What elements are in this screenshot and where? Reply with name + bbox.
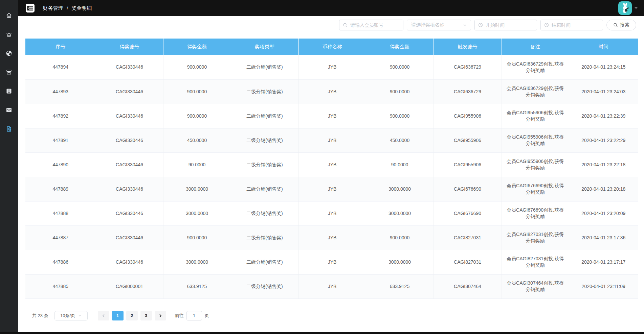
table-row: 447893CAGI330446900.0000二级分销(销售奖)JYB900.… xyxy=(25,79,638,104)
table-cell: 会员CAGI676690创投,获得分销奖励 xyxy=(502,177,569,201)
table-cell: 会员CAGI955906创投,获得分销奖励 xyxy=(502,128,569,152)
main-area: 财务管理 / 奖金明细 xyxy=(18,0,644,334)
column-header-8: 时间 xyxy=(569,39,638,55)
table-cell: 2020-04-01 23:20:09 xyxy=(569,201,638,225)
table-cell: 会员CAGI827031创投,获得分销奖励 xyxy=(502,225,569,250)
sidebar-item-mail[interactable] xyxy=(0,100,18,119)
search-icon xyxy=(343,23,348,27)
column-header-2: 得奖金额 xyxy=(163,39,231,55)
table-row: 447888CAGI3304463000.0000二级分销(销售奖)JYB300… xyxy=(25,201,638,225)
sidebar-item-global[interactable] xyxy=(0,44,18,63)
table-cell: CAGI330446 xyxy=(96,55,163,79)
table-cell: 447893 xyxy=(25,79,96,104)
column-header-6: 触发账号 xyxy=(434,39,502,55)
table-cell: 447890 xyxy=(25,152,96,177)
table-row: 447894CAGI330446900.0000二级分销(销售奖)JYB900.… xyxy=(25,55,638,79)
table-cell: 447886 xyxy=(25,250,96,274)
table-cell: 90.0000 xyxy=(366,152,434,177)
table-cell: CAGI676690 xyxy=(434,201,502,225)
table-cell: CAGI955906 xyxy=(434,128,502,152)
table-cell: 会员CAGI955906创投,获得分销奖励 xyxy=(502,152,569,177)
table-row: 447887CAGI330446900.0000二级分销(销售奖)JYB900.… xyxy=(25,225,638,250)
table-row: 447890CAGI33044690.0000二级分销(销售奖)JYB90.00… xyxy=(25,152,638,177)
page-button-3[interactable]: 3 xyxy=(140,311,152,320)
table-cell: JYB xyxy=(298,152,366,177)
table-cell: 会员CAGI636729创投,获得分销奖励 xyxy=(502,79,569,104)
award-name-select[interactable]: 请选择奖项名称 xyxy=(407,20,471,30)
table-cell: CAGI330446 xyxy=(96,177,163,201)
avatar[interactable] xyxy=(618,1,632,15)
chevron-left-icon xyxy=(102,314,105,317)
member-account-input[interactable] xyxy=(350,22,400,28)
pagination: 共 23 条 10条/页 123 前往 页 xyxy=(18,311,644,320)
chevron-down-icon xyxy=(463,23,467,27)
table-cell: 447891 xyxy=(25,128,96,152)
table-cell: 二级分销(销售奖) xyxy=(231,128,298,152)
table-cell: 二级分销(销售奖) xyxy=(231,177,298,201)
table-cell: CAGI330446 xyxy=(96,225,163,250)
sidebar-item-finance[interactable] xyxy=(0,119,18,138)
search-button[interactable]: 搜索 xyxy=(606,20,636,30)
page-button-1[interactable]: 1 xyxy=(112,311,124,320)
breadcrumb-section[interactable]: 财务管理 xyxy=(43,5,63,11)
table-cell: 二级分销(销售奖) xyxy=(231,152,298,177)
table-cell: 二级分销(销售奖) xyxy=(231,225,298,250)
bottom-edge-bar xyxy=(0,332,644,334)
menu-toggle-button[interactable] xyxy=(25,3,35,13)
column-header-7: 备注 xyxy=(502,39,569,55)
table-cell: 447894 xyxy=(25,55,96,79)
page-size-label: 10条/页 xyxy=(60,313,75,319)
table-cell: 447889 xyxy=(25,177,96,201)
topbar: 财务管理 / 奖金明细 xyxy=(18,0,644,16)
next-page-button[interactable] xyxy=(155,311,166,320)
chevron-down-icon[interactable] xyxy=(634,7,638,9)
table-cell: 会员CAGI827031创投,获得分销奖励 xyxy=(502,250,569,274)
table-cell: 2020-04-01 23:17:36 xyxy=(569,225,638,250)
table-cell: 900.0000 xyxy=(366,55,434,79)
table-cell: 633.9125 xyxy=(366,274,434,299)
page-size-select[interactable]: 10条/页 xyxy=(54,311,88,320)
table-cell: CAGI330446 xyxy=(96,104,163,128)
table-cell: 447885 xyxy=(25,274,96,299)
table-cell: 二级分销(销售奖) xyxy=(231,79,298,104)
table-cell: 900.0000 xyxy=(163,225,231,250)
document-check-icon xyxy=(5,125,13,133)
table-cell: 3000.0000 xyxy=(163,201,231,225)
table-cell: 3000.0000 xyxy=(366,250,434,274)
page-button-2[interactable]: 2 xyxy=(126,311,138,320)
table-row: 447885CAGI000001633.9125二级分销(销售奖)JYB633.… xyxy=(25,274,638,299)
table-cell: 会员CAGI307464创投,获得分销奖励 xyxy=(502,274,569,299)
table-cell: CAGI827031 xyxy=(434,225,502,250)
table-cell: 633.9125 xyxy=(163,274,231,299)
sidebar-item-info[interactable] xyxy=(0,81,18,100)
goto-page-input[interactable] xyxy=(186,311,202,320)
goto-label: 前往 xyxy=(175,313,184,319)
table-cell: JYB xyxy=(298,55,366,79)
table-cell: JYB xyxy=(298,128,366,152)
table-cell: 3000.0000 xyxy=(163,250,231,274)
bonus-table: 序号得奖账号得奖金额奖项类型币种名称得奖金额触发账号备注时间 447894CAG… xyxy=(25,39,638,299)
table-cell: JYB xyxy=(298,79,366,104)
shop-icon xyxy=(5,69,13,76)
end-time-input[interactable] xyxy=(552,22,599,28)
sidebar-item-home[interactable] xyxy=(0,6,18,25)
prev-page-button[interactable] xyxy=(98,311,109,320)
table-row: 447891CAGI330446450.0000二级分销(销售奖)JYB450.… xyxy=(25,128,638,152)
table-cell: JYB xyxy=(298,274,366,299)
table-cell: CAGI955906 xyxy=(434,104,502,128)
breadcrumb-page: 奖金明细 xyxy=(71,5,92,11)
info-badge-icon xyxy=(5,88,13,95)
table-cell: CAGI955906 xyxy=(434,152,502,177)
sidebar-item-shop[interactable] xyxy=(0,63,18,81)
table-cell: JYB xyxy=(298,177,366,201)
start-time-input[interactable] xyxy=(486,22,533,28)
sidebar-item-vip[interactable] xyxy=(0,25,18,44)
table-cell: CAGI827031 xyxy=(434,250,502,274)
search-button-label: 搜索 xyxy=(620,22,629,28)
award-select-placeholder: 请选择奖项名称 xyxy=(411,22,463,28)
table-cell: 二级分销(销售奖) xyxy=(231,55,298,79)
table-cell: 900.0000 xyxy=(163,55,231,79)
table-cell: 2020-04-01 23:11:09 xyxy=(569,274,638,299)
pager: 123 xyxy=(98,311,166,320)
table-cell: 会员CAGI676690创投,获得分销奖励 xyxy=(502,201,569,225)
